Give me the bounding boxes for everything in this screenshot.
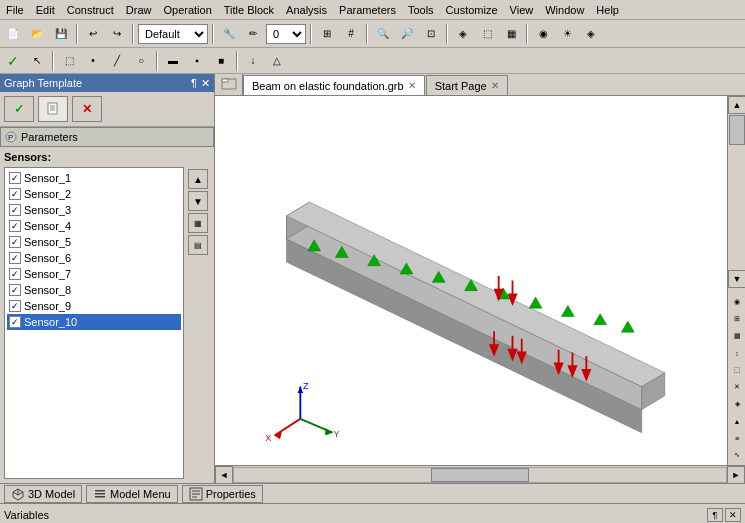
toolbar-save[interactable]: 💾 <box>50 23 72 45</box>
toolbar-zoom-out[interactable]: 🔎 <box>396 23 418 45</box>
toolbar2-point[interactable]: • <box>82 50 104 72</box>
toolbar-material[interactable]: ◈ <box>580 23 602 45</box>
scroll-thumb-v[interactable] <box>729 115 745 145</box>
right-icon-3[interactable]: ▦ <box>729 328 745 344</box>
sensor-item-2[interactable]: Sensor_2 <box>7 186 181 202</box>
menu-operation[interactable]: Operation <box>157 2 217 18</box>
toolbar-render[interactable]: ◉ <box>532 23 554 45</box>
toolbar-btn1[interactable]: 🔧 <box>218 23 240 45</box>
viewport[interactable]: Z X Y <box>215 96 727 465</box>
sensor-checkbox-9[interactable] <box>9 300 21 312</box>
sensor-item-6[interactable]: Sensor_6 <box>7 250 181 266</box>
panel-accept-btn[interactable]: ✓ <box>4 96 34 122</box>
sensor-item-3[interactable]: Sensor_3 <box>7 202 181 218</box>
toolbar2-node[interactable]: ○ <box>130 50 152 72</box>
ctrl-btn3[interactable]: ▦ <box>188 213 208 233</box>
menu-view[interactable]: View <box>504 2 540 18</box>
sensor-item-4[interactable]: Sensor_4 <box>7 218 181 234</box>
move-down-btn[interactable]: ▼ <box>188 191 208 211</box>
toolbar-undo[interactable]: ↩ <box>82 23 104 45</box>
scroll-track-h[interactable] <box>233 467 727 483</box>
toolbar-fit[interactable]: ⊡ <box>420 23 442 45</box>
toolbar-open[interactable]: 📂 <box>26 23 48 45</box>
move-up-btn[interactable]: ▲ <box>188 169 208 189</box>
scroll-up-btn[interactable]: ▲ <box>728 96 745 114</box>
bottom-pin-btn[interactable]: ¶ <box>707 508 723 522</box>
toolbar2-beam[interactable]: ▬ <box>162 50 184 72</box>
menu-analysis[interactable]: Analysis <box>280 2 333 18</box>
bottom-close-btn[interactable]: ✕ <box>725 508 741 522</box>
right-icon-6[interactable]: ✕ <box>729 379 745 395</box>
menu-construct[interactable]: Construct <box>61 2 120 18</box>
scroll-thumb-h[interactable] <box>431 468 529 482</box>
tab-beam-close[interactable]: ✕ <box>408 80 416 91</box>
sensor-checkbox-8[interactable] <box>9 284 21 296</box>
right-icon-7[interactable]: ◈ <box>729 396 745 412</box>
sensor-item-5[interactable]: Sensor_5 <box>7 234 181 250</box>
right-icon-4[interactable]: ↕ <box>729 345 745 361</box>
scroll-down-btn[interactable]: ▼ <box>728 270 745 288</box>
menu-tools[interactable]: Tools <box>402 2 440 18</box>
tab-3d-model[interactable]: 3D Model <box>4 485 82 503</box>
toolbar-view2[interactable]: ▦ <box>500 23 522 45</box>
tab-beam[interactable]: Beam on elastic foundation.grb ✕ <box>243 75 425 95</box>
panel-delete-btn[interactable]: ✕ <box>72 96 102 122</box>
scroll-right-btn[interactable]: ► <box>727 466 745 484</box>
tab-start-close[interactable]: ✕ <box>491 80 499 91</box>
right-icon-5[interactable]: ⬚ <box>729 362 745 378</box>
right-icon-10[interactable]: ∿ <box>729 447 745 463</box>
menu-customize[interactable]: Customize <box>440 2 504 18</box>
ctrl-btn4[interactable]: ▤ <box>188 235 208 255</box>
sensor-item-9[interactable]: Sensor_9 <box>7 298 181 314</box>
right-icon-9[interactable]: ≡ <box>729 430 745 446</box>
toolbar-new[interactable]: 📄 <box>2 23 24 45</box>
toolbar-3d[interactable]: ◈ <box>452 23 474 45</box>
menu-titleblock[interactable]: Title Block <box>218 2 280 18</box>
layer-dropdown[interactable]: Default <box>138 24 208 44</box>
toolbar-snap[interactable]: ⊞ <box>316 23 338 45</box>
toolbar-view1[interactable]: ⬚ <box>476 23 498 45</box>
menu-draw[interactable]: Draw <box>120 2 158 18</box>
menu-edit[interactable]: Edit <box>30 2 61 18</box>
toolbar-light[interactable]: ☀ <box>556 23 578 45</box>
sensor-checkbox-3[interactable] <box>9 204 21 216</box>
sensor-item-1[interactable]: Sensor_1 <box>7 170 181 186</box>
toolbar2-support[interactable]: △ <box>266 50 288 72</box>
toolbar2-solid[interactable]: ■ <box>210 50 232 72</box>
menu-help[interactable]: Help <box>590 2 625 18</box>
tab-model-menu[interactable]: Model Menu <box>86 485 178 503</box>
sensor-checkbox-4[interactable] <box>9 220 21 232</box>
scroll-track-v[interactable] <box>728 114 745 270</box>
menu-parameters[interactable]: Parameters <box>333 2 402 18</box>
sensor-item-8[interactable]: Sensor_8 <box>7 282 181 298</box>
sensor-item-10[interactable]: Sensor_10 <box>7 314 181 330</box>
menu-window[interactable]: Window <box>539 2 590 18</box>
toolbar2-plate[interactable]: ▪ <box>186 50 208 72</box>
toolbar2-select[interactable]: ⬚ <box>58 50 80 72</box>
panel-close-btn[interactable]: ✕ <box>201 77 210 90</box>
sensor-checkbox-5[interactable] <box>9 236 21 248</box>
angle-dropdown[interactable]: 0 <box>266 24 306 44</box>
sensor-checkbox-10[interactable] <box>9 316 21 328</box>
sensor-checkbox-1[interactable] <box>9 172 21 184</box>
panel-pin-btn[interactable]: ¶ <box>191 77 197 90</box>
sensor-checkbox-2[interactable] <box>9 188 21 200</box>
menu-file[interactable]: File <box>0 2 30 18</box>
toolbar-btn2[interactable]: ✏ <box>242 23 264 45</box>
sensor-checkbox-6[interactable] <box>9 252 21 264</box>
toolbar2-cursor[interactable]: ↖ <box>26 50 48 72</box>
toolbar2-load[interactable]: ↓ <box>242 50 264 72</box>
tab-start[interactable]: Start Page ✕ <box>426 75 508 95</box>
toolbar2-line[interactable]: ╱ <box>106 50 128 72</box>
panel-page-btn[interactable] <box>38 96 68 122</box>
tab-properties[interactable]: Properties <box>182 485 263 503</box>
right-icon-1[interactable]: ◉ <box>729 294 745 310</box>
toolbar-redo[interactable]: ↪ <box>106 23 128 45</box>
toolbar2-check[interactable]: ✓ <box>2 50 24 72</box>
sensor-item-7[interactable]: Sensor_7 <box>7 266 181 282</box>
toolbar-zoom-in[interactable]: 🔍 <box>372 23 394 45</box>
sensor-checkbox-7[interactable] <box>9 268 21 280</box>
right-icon-8[interactable]: ▲ <box>729 413 745 429</box>
right-icon-2[interactable]: ⊞ <box>729 311 745 327</box>
scroll-left-btn[interactable]: ◄ <box>215 466 233 484</box>
